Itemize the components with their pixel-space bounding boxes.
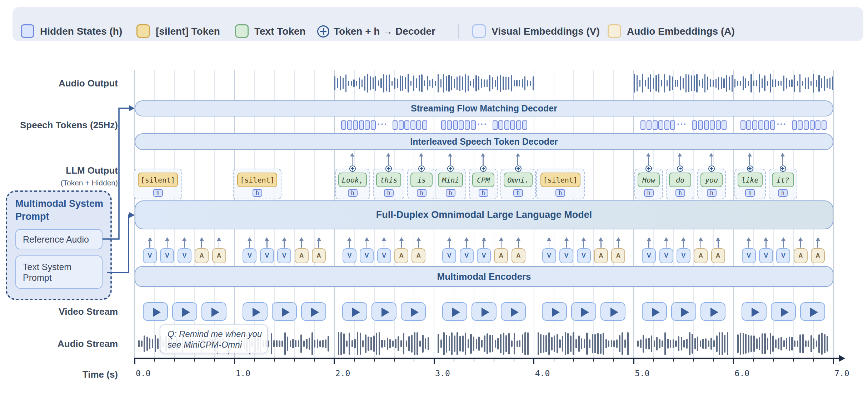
audio-stream-waveform xyxy=(756,338,758,349)
audio-stream-waveform xyxy=(392,340,394,347)
audio-stream-waveform xyxy=(651,335,652,352)
audio-output-waveform xyxy=(740,81,741,86)
token-up-arrow-shaft xyxy=(483,156,484,165)
plus-in-circle-icon xyxy=(447,165,454,172)
audio-output-waveform xyxy=(691,75,692,91)
speech-token xyxy=(347,120,352,130)
embedding-up-arrow-shaft xyxy=(318,240,319,248)
audio-stream-waveform xyxy=(764,333,765,354)
audio-output-waveform xyxy=(419,75,420,91)
audio-output-waveform xyxy=(799,74,800,93)
speech-token xyxy=(722,120,727,130)
audio-stream-waveform xyxy=(446,335,447,352)
plus-in-circle-icon xyxy=(515,165,522,172)
visual-swatch-icon xyxy=(472,24,486,38)
embedding-up-arrow-shaft xyxy=(301,240,302,248)
visual-embedding-token: V xyxy=(477,248,491,263)
tick-minor xyxy=(154,358,155,362)
audio-stream-waveform xyxy=(343,333,345,354)
audio-stream-waveform xyxy=(287,337,288,351)
audio-stream-waveform xyxy=(772,335,774,352)
speech-token xyxy=(410,120,415,130)
audio-stream-waveform xyxy=(503,333,504,355)
axis-arrowhead xyxy=(839,355,845,362)
audio-stream-waveform xyxy=(694,338,696,350)
audio-output-waveform xyxy=(661,80,662,86)
hidden-state-chip: h xyxy=(446,189,455,197)
audio-stream-waveform xyxy=(354,339,355,348)
audio-stream-waveform xyxy=(368,337,369,351)
audio-stream-waveform xyxy=(387,338,388,349)
audio-output-waveform xyxy=(723,78,724,89)
audio-stream-waveform xyxy=(298,340,299,347)
audio-output-waveform xyxy=(775,79,776,88)
audio-stream-waveform xyxy=(451,332,453,355)
tick-minor xyxy=(514,358,514,362)
legend-label: Audio Embeddings (A) xyxy=(627,26,735,37)
speech-token xyxy=(522,120,527,130)
audio-stream-waveform xyxy=(279,340,280,347)
token-up-arrow-head xyxy=(678,153,682,156)
audio-stream-waveform xyxy=(473,337,474,351)
embedding-up-arrow-head xyxy=(716,237,720,241)
speech-token xyxy=(664,120,669,130)
embedding-up-arrow-head xyxy=(764,237,768,241)
audio-stream-waveform xyxy=(719,332,720,355)
embedding-up-arrow-head xyxy=(516,237,520,241)
audio-output-waveform xyxy=(713,80,714,87)
play-icon xyxy=(182,308,190,317)
legend-label: [silent] Token xyxy=(156,26,220,37)
audio-output-waveform xyxy=(413,75,414,91)
token-up-arrow-head xyxy=(646,153,650,156)
audio-output-waveform xyxy=(400,75,401,91)
embedding-up-arrow-head xyxy=(447,237,452,241)
audio-output-waveform xyxy=(829,78,830,89)
audio-output-waveform xyxy=(530,81,531,86)
audio-output-waveform xyxy=(680,76,681,90)
audio-stream-waveform xyxy=(743,333,744,354)
audio-stream-waveform xyxy=(322,340,324,348)
silent-swatch-icon xyxy=(136,24,150,38)
visual-embedding-token: V xyxy=(377,248,391,263)
tick-minor xyxy=(773,358,774,362)
legend-label: Text Token xyxy=(254,26,306,37)
audio-stream-waveform xyxy=(416,332,418,355)
speech-token xyxy=(658,120,663,130)
audio-stream-waveform xyxy=(508,333,510,355)
text-token: do xyxy=(669,173,691,187)
play-icon xyxy=(311,308,319,317)
speech-token xyxy=(740,120,745,130)
audio-swatch-icon xyxy=(608,24,621,38)
token-up-arrow-shaft xyxy=(388,156,389,165)
audio-output-waveform xyxy=(721,77,722,89)
audio-stream-waveform xyxy=(559,339,560,348)
embedding-up-arrow-head xyxy=(599,237,603,241)
audio-stream-waveform xyxy=(311,332,313,355)
tick-major xyxy=(633,358,634,364)
hidden-state-chip: h xyxy=(479,189,488,197)
audio-output-waveform xyxy=(710,79,711,88)
plus-in-circle-icon xyxy=(385,165,392,172)
speech-token xyxy=(516,120,521,130)
audio-stream-waveform xyxy=(468,339,469,349)
hidden-state-chip: h xyxy=(253,189,262,197)
audio-stream-waveform xyxy=(705,338,707,349)
audio-output-waveform xyxy=(337,78,338,88)
audio-output-waveform xyxy=(451,76,452,90)
speech-token xyxy=(371,120,376,130)
audio-output-waveform xyxy=(743,76,744,91)
embedding-up-arrow-shaft xyxy=(518,240,519,248)
hidden-state-chip: h xyxy=(384,189,394,197)
visual-embedding-token: V xyxy=(677,248,690,263)
audio-output-waveform xyxy=(729,76,730,90)
text-token: Omni. xyxy=(504,173,533,187)
audio-output-waveform xyxy=(824,76,825,91)
audio-output-waveform xyxy=(351,81,352,86)
video-frame xyxy=(501,302,526,321)
llm-token-cell: likeh xyxy=(734,169,766,199)
audio-embedding-token: A xyxy=(611,248,625,263)
audio-output-waveform xyxy=(459,75,460,91)
llm-token-cell: [silent]h xyxy=(536,169,585,199)
audio-stream-waveform xyxy=(767,338,768,350)
audio-embedding-token: A xyxy=(811,248,825,263)
